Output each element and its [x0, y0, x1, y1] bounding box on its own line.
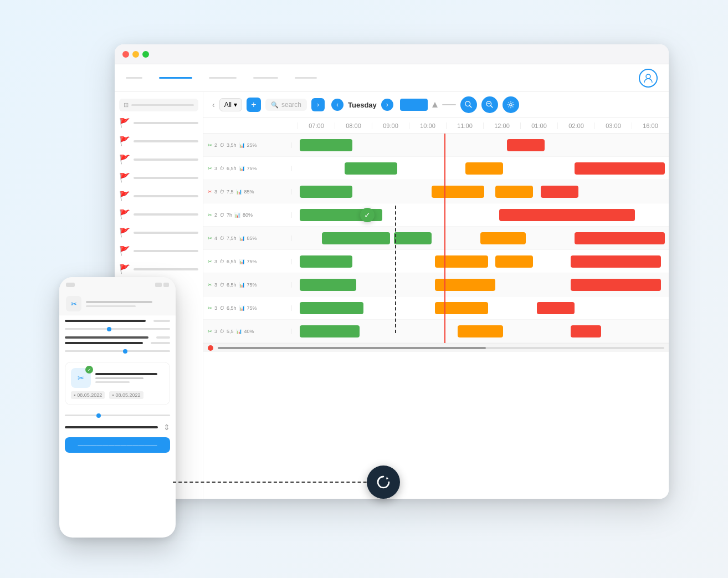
task-bar-9-1[interactable]	[300, 325, 360, 337]
task-bar-3-1[interactable]	[300, 186, 352, 198]
chart-icon-4: 📊	[234, 212, 240, 218]
sidebar-label-3	[134, 158, 198, 161]
dashed-horizontal-connector	[173, 482, 383, 483]
add-button[interactable]: +	[247, 98, 261, 112]
percent-1: 25%	[247, 142, 257, 148]
scrollbar-thumb	[208, 345, 213, 351]
clock-icon-3: ⏱	[219, 189, 224, 195]
sidebar-search-bar	[131, 104, 194, 106]
day-next-btn[interactable]: ›	[381, 99, 393, 111]
zoom-out-btn[interactable]	[481, 96, 498, 113]
filter-arrow-icon: ▾	[234, 101, 237, 109]
scrollbar-track	[218, 347, 664, 349]
scissors-icon-4: ✂	[208, 212, 212, 218]
task-bar-5-4[interactable]	[575, 232, 665, 244]
settings-btn[interactable]	[503, 96, 519, 113]
calendar-icon-1: ▪	[74, 392, 75, 398]
task-bar-6-2[interactable]	[435, 255, 488, 268]
sidebar-row-5: 🚩	[119, 189, 198, 203]
row-meta-text-7: 3	[214, 282, 217, 288]
refresh-circle[interactable]	[367, 466, 400, 499]
mobile-slider-track-1	[65, 328, 170, 330]
task-bar-2-3[interactable]	[575, 162, 665, 175]
scrollbar[interactable]	[203, 343, 669, 352]
time-header: 07:00 08:00 09:00 10:00 11:00 12:00 01:0…	[203, 118, 669, 134]
mobile-content-row-1	[65, 320, 170, 322]
sidebar-row-7: 🚩	[119, 226, 198, 239]
mobile-dropdown-icon[interactable]: ⇕	[163, 423, 170, 432]
flag-icon-green-7: 🚩	[119, 245, 130, 256]
sidebar-search-box[interactable]: ⊞	[119, 99, 198, 111]
user-avatar[interactable]	[639, 69, 658, 88]
task-bar-8-2[interactable]	[435, 302, 488, 314]
task-bar-3-4[interactable]	[541, 186, 578, 198]
timeline-row-8: ✂ 3 ⏱ 6,5h 📊 75%	[203, 296, 669, 320]
hours-7: 6,5h	[227, 282, 237, 288]
task-bar-2-1[interactable]	[345, 162, 397, 175]
task-bar-8-3[interactable]	[537, 302, 575, 314]
time-12: 12:00	[483, 122, 520, 129]
search-forward-btn[interactable]: ›	[311, 98, 325, 111]
task-bar-3-3[interactable]	[495, 186, 533, 198]
task-bar-1-2[interactable]	[507, 139, 545, 151]
task-bar-7-1[interactable]	[300, 279, 356, 291]
svg-point-0	[646, 74, 650, 79]
scissors-icon-8: ✂	[208, 305, 212, 311]
prev-btn[interactable]: ‹	[212, 100, 215, 109]
clock-icon-5: ⏱	[219, 236, 224, 241]
sidebar-label-2	[134, 140, 198, 142]
task-bar-6-3[interactable]	[495, 255, 533, 268]
calendar-icon-2: ▪	[112, 392, 114, 398]
view-button[interactable]	[400, 99, 428, 111]
sidebar-row-9: 🚩	[119, 262, 198, 276]
timeline-cells-9	[292, 320, 669, 343]
zoom-in-btn[interactable]	[460, 96, 477, 113]
task-bar-1-1[interactable]	[300, 139, 352, 151]
timeline-row-7: ✂ 3 ⏱ 6,5h 📊 75%	[203, 273, 669, 296]
browser-titlebar	[115, 44, 669, 64]
mobile-slider-row-2[interactable]	[65, 349, 170, 354]
mobile-slider-track-2	[65, 350, 170, 352]
filter-select[interactable]: All ▾	[219, 98, 242, 111]
hours-5: 7,5h	[227, 236, 237, 241]
svg-line-6	[490, 105, 493, 108]
sidebar-row-6: 🚩	[119, 207, 198, 221]
task-bar-4-2[interactable]	[499, 209, 635, 221]
task-bar-5-1[interactable]	[322, 232, 389, 244]
window-controls	[122, 51, 149, 58]
time-11: 11:00	[446, 122, 483, 129]
mobile-slider-row-1[interactable]	[65, 326, 170, 332]
clock-icon-2: ⏱	[219, 166, 224, 171]
mobile-footer-label-1	[65, 426, 158, 428]
browser-content: ⊞ 🚩 🚩 🚩	[115, 64, 669, 499]
mobile-status-bar	[59, 277, 176, 293]
task-bar-3-2[interactable]	[432, 186, 484, 198]
search-box[interactable]: 🔍 search	[265, 99, 307, 111]
nav-tab-2[interactable]	[159, 77, 192, 79]
task-bar-7-3[interactable]	[571, 279, 661, 291]
task-bar-9-3[interactable]	[571, 325, 601, 337]
task-bar-6-1[interactable]	[300, 255, 352, 268]
mobile-status-icons	[155, 283, 169, 287]
mobile-value-2	[156, 336, 170, 339]
view-options[interactable]	[432, 102, 438, 108]
date-value-1: 08.05.2022	[77, 392, 102, 398]
task-bar-8-1[interactable]	[300, 302, 364, 314]
sidebar-search-icon: ⊞	[124, 101, 129, 109]
hours-9: 5,5	[227, 329, 234, 334]
clock-icon-4: ⏱	[219, 212, 224, 218]
task-bar-5-2[interactable]	[394, 232, 432, 244]
scissors-icon-7: ✂	[208, 282, 212, 288]
day-prev-btn[interactable]: ‹	[331, 99, 344, 111]
time-07: 07:00	[298, 122, 335, 129]
mobile-slider-row-3[interactable]	[65, 413, 170, 418]
task-bar-2-2[interactable]	[465, 162, 503, 175]
task-bar-9-2[interactable]	[458, 325, 503, 337]
row-meta-text-8: 3	[214, 305, 217, 311]
task-bar-5-3[interactable]	[480, 232, 526, 244]
task-bar-6-4[interactable]	[571, 255, 661, 268]
mobile-header-text	[86, 301, 169, 307]
timeline-row-2: ✂ 3 ⏱ 6,5h 📊 75%	[203, 157, 669, 180]
mobile-action-button[interactable]: —————————————	[65, 437, 170, 453]
timeline-row-5: ✂ 4 ⏱ 7,5h 📊 85%	[203, 227, 669, 250]
